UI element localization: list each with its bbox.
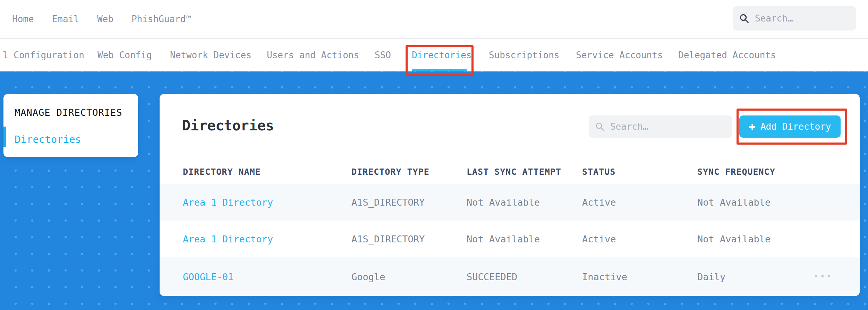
- column-header-directory-name: DIRECTORY NAME: [183, 167, 261, 177]
- column-header-last-sync-attempt: LAST SYNC ATTEMPT: [467, 167, 561, 177]
- tab-network-devices[interactable]: Network Devices: [170, 39, 252, 71]
- column-header-status: STATUS: [582, 167, 615, 177]
- top-nav-items: Home Email Web PhishGuard™: [12, 0, 191, 38]
- global-search-input[interactable]: [755, 13, 850, 24]
- directories-search-input[interactable]: [610, 121, 726, 132]
- directory-name-link[interactable]: Area 1 Directory: [183, 234, 273, 244]
- email-configuration-tabbar: l Configuration Web Config Network Devic…: [0, 39, 868, 71]
- tab-delegated-accounts[interactable]: Delegated Accounts: [678, 39, 776, 71]
- tab-email-configuration[interactable]: l Configuration: [3, 39, 84, 71]
- tab-subscriptions[interactable]: Subscriptions: [489, 39, 560, 71]
- sidebar-title: MANAGE DIRECTORIES: [15, 107, 122, 118]
- nav-item-phishguard[interactable]: PhishGuard™: [131, 14, 191, 24]
- add-directory-button[interactable]: + Add Directory: [739, 115, 841, 138]
- table-row: Area 1 Directory A1S_DIRECTORY Not Avail…: [160, 221, 860, 257]
- status-cell: Active: [582, 234, 616, 244]
- sync-frequency-cell: Not Available: [697, 234, 771, 244]
- tab-service-accounts[interactable]: Service Accounts: [576, 39, 663, 71]
- directories-search-box[interactable]: [589, 115, 732, 138]
- table-row: GOOGLE-01 Google SUCCEEDED Inactive Dail…: [160, 257, 860, 296]
- top-navigation: Home Email Web PhishGuard™: [0, 0, 868, 39]
- status-cell: Active: [582, 197, 616, 208]
- content-background: MANAGE DIRECTORIES Directories Directori…: [0, 71, 868, 310]
- last-sync-cell: SUCCEEDED: [467, 271, 517, 282]
- status-cell: Inactive: [582, 271, 627, 282]
- last-sync-cell: Not Available: [467, 234, 540, 244]
- row-more-menu-icon[interactable]: •••: [814, 272, 833, 282]
- directory-type-cell: A1S_DIRECTORY: [351, 234, 425, 244]
- add-directory-label: Add Directory: [760, 121, 831, 132]
- tab-sso[interactable]: SSO: [375, 39, 391, 71]
- directory-name-link[interactable]: GOOGLE-01: [183, 271, 233, 282]
- column-header-directory-type: DIRECTORY TYPE: [351, 167, 429, 177]
- directory-type-cell: Google: [351, 271, 385, 282]
- nav-item-web[interactable]: Web: [97, 14, 113, 24]
- column-header-sync-frequency: SYNC FREQUENCY: [697, 167, 775, 177]
- directory-type-cell: A1S_DIRECTORY: [351, 197, 425, 208]
- global-search-box[interactable]: [733, 6, 856, 31]
- table-row: Area 1 Directory A1S_DIRECTORY Not Avail…: [160, 184, 860, 221]
- page: Home Email Web PhishGuard™ l Configurati…: [0, 0, 868, 310]
- manage-directories-card: MANAGE DIRECTORIES Directories: [3, 94, 138, 157]
- nav-item-home[interactable]: Home: [12, 14, 34, 24]
- search-icon: [595, 122, 605, 131]
- table-header-row: DIRECTORY NAME DIRECTORY TYPE LAST SYNC …: [160, 164, 860, 179]
- directories-card: Directories + Add Directory DIRECTORY NA…: [160, 94, 860, 296]
- sidebar-item-directories[interactable]: Directories: [15, 134, 81, 145]
- tab-directories[interactable]: Directories: [412, 39, 471, 71]
- active-tab-underline: [412, 69, 467, 71]
- nav-item-email[interactable]: Email: [52, 14, 79, 24]
- last-sync-cell: Not Available: [467, 197, 540, 208]
- plus-icon: +: [749, 121, 756, 132]
- tab-web-config[interactable]: Web Config: [97, 39, 152, 71]
- sync-frequency-cell: Not Available: [697, 197, 771, 208]
- page-title: Directories: [182, 118, 274, 134]
- sync-frequency-cell: Daily: [697, 271, 725, 282]
- tab-users-and-actions[interactable]: Users and Actions: [267, 39, 359, 71]
- search-icon: [739, 13, 749, 24]
- directory-name-link[interactable]: Area 1 Directory: [183, 197, 273, 208]
- active-item-indicator: [3, 127, 6, 147]
